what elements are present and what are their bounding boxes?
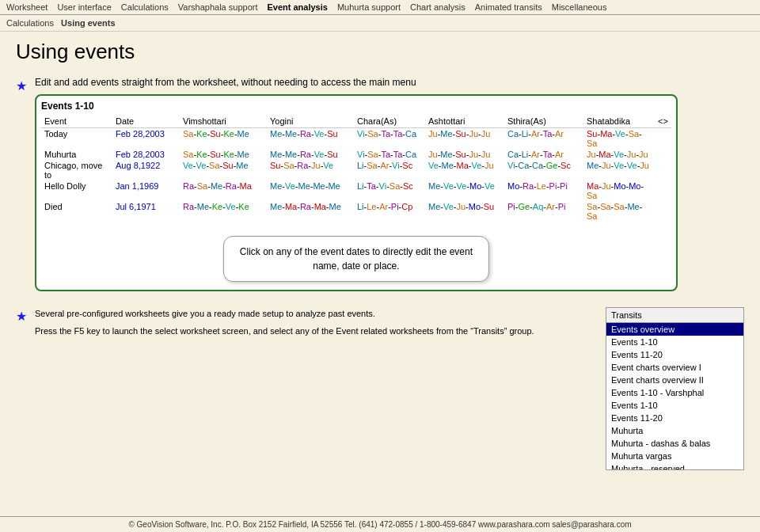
transits-list-item[interactable]: Events 11-20	[606, 412, 743, 424]
cell-sthira: Pi-Ge-Aq-Ar-Pi	[504, 201, 583, 222]
cell-arrows	[655, 128, 671, 150]
section1-text: Edit and add events straight from the wo…	[35, 77, 678, 88]
cell-arrows	[655, 160, 671, 180]
transits-panel: Transits Events overviewEvents 1-10Event…	[606, 307, 744, 470]
col-header-sthira: Sthira(As)	[504, 115, 583, 128]
transits-list-item[interactable]: Events 1-10	[606, 336, 743, 348]
col-header-yogini: Yogini	[267, 115, 354, 128]
cell-sthira: Ca-Li-Ar-Ta-Ar	[504, 149, 583, 160]
cell-vimshottari: Ra-Sa-Me-Ra-Ma	[180, 180, 267, 201]
table-row[interactable]: Hello Dolly Jan 1,1969 Ra-Sa-Me-Ra-Ma Me…	[41, 180, 671, 201]
nav-animated-transits[interactable]: Animated transits	[475, 2, 542, 12]
star-icon-1: ★	[16, 78, 27, 93]
cell-arrows	[655, 180, 671, 201]
breadcrumb: Calculations Using events	[0, 15, 760, 32]
transits-list-item[interactable]: Muhurta	[606, 424, 743, 437]
table-row[interactable]: Today Feb 28,2003 Sa-Ke-Su-Ke-Me Me-Me-R…	[41, 128, 671, 150]
table-header-row: Event Date Vimshottari Yogini Chara(As) …	[41, 115, 671, 128]
cell-shatabdika: Ma-Ju-Mo-Mo-Sa	[583, 180, 655, 201]
cell-yogini: Me-Me-Ra-Ve-Su	[267, 149, 354, 160]
cell-yogini: Me-Ma-Ra-Ma-Me	[267, 201, 354, 222]
col-header-vimshottari: Vimshottari	[180, 115, 267, 128]
cell-sthira: Vi-Ca-Ca-Ge-Sc	[504, 160, 583, 180]
cell-ashtottari: Ju-Me-Su-Ju-Ju	[425, 149, 504, 160]
cell-shatabdika: Su-Ma-Ve-Sa-Sa	[583, 128, 655, 150]
cell-date[interactable]: Jul 6,1971	[112, 201, 180, 222]
transits-list-item[interactable]: Muhurta - dashas & balas	[606, 437, 743, 450]
nav-muhurta-support[interactable]: Muhurta support	[337, 2, 401, 12]
cell-shatabdika: Sa-Sa-Sa-Me-Sa	[583, 201, 655, 222]
col-header-arrows: <>	[655, 115, 671, 128]
transits-list: Events overviewEvents 1-10Events 11-20Ev…	[606, 323, 743, 469]
transits-list-item[interactable]: Event charts overview II	[606, 374, 743, 386]
cell-chara: Vi-Sa-Ta-Ta-Ca	[354, 128, 425, 150]
page-title: Using events	[16, 40, 744, 64]
col-header-event: Event	[41, 115, 112, 128]
cell-vimshottari: Ve-Ve-Sa-Su-Me	[180, 160, 267, 180]
breadcrumb-parent[interactable]: Calculations	[6, 18, 54, 28]
cell-date[interactable]: Aug 8,1922	[112, 160, 180, 180]
transits-list-item[interactable]: Events 11-20	[606, 348, 743, 361]
cell-ashtottari: Ju-Me-Su-Ju-Ju	[425, 128, 504, 150]
cell-yogini: Me-Ve-Me-Me-Me	[267, 180, 354, 201]
cell-event: Died	[41, 201, 112, 222]
transits-list-item[interactable]: Events 1-10 - Varshphal	[606, 386, 743, 399]
cell-event: Muhurta	[41, 149, 112, 160]
transits-list-item[interactable]: Events overview	[606, 323, 743, 336]
cell-ashtottari: Me-Ve-Ve-Mo-Ve	[425, 180, 504, 201]
footer: © GeoVision Software, Inc. P.O. Box 2152…	[0, 516, 760, 532]
section2: ★ Several pre-configured worksheets give…	[16, 307, 744, 470]
col-header-chara: Chara(As)	[354, 115, 425, 128]
nav-user-interface[interactable]: User interface	[57, 2, 111, 12]
table-row[interactable]: Muhurta Feb 28,2003 Sa-Ke-Su-Ke-Me Me-Me…	[41, 149, 671, 160]
cell-sthira: Mo-Ra-Le-Pi-Pi	[504, 180, 583, 201]
nav-varshaphala[interactable]: Varshaphala support	[178, 2, 258, 12]
cell-chara: Li-Ta-Vi-Sa-Sc	[354, 180, 425, 201]
cell-vimshottari: Ra-Me-Ke-Ve-Ke	[180, 201, 267, 222]
cell-vimshottari: Sa-Ke-Su-Ke-Me	[180, 128, 267, 150]
footer-text: © GeoVision Software, Inc. P.O. Box 2152…	[128, 520, 631, 529]
transits-list-item[interactable]: Event charts overview I	[606, 361, 743, 374]
cell-ashtottari: Me-Ve-Ju-Mo-Su	[425, 201, 504, 222]
cell-arrows	[655, 201, 671, 222]
col-header-ashtottari: Ashtottari	[425, 115, 504, 128]
events-table: Event Date Vimshottari Yogini Chara(As) …	[41, 115, 671, 222]
cell-arrows	[655, 149, 671, 160]
nav-chart-analysis[interactable]: Chart analysis	[410, 2, 466, 12]
nav-event-analysis[interactable]: Event analysis	[267, 2, 327, 12]
nav-miscellaneous[interactable]: Miscellaneous	[552, 2, 607, 12]
cell-date[interactable]: Jan 1,1969	[112, 180, 180, 201]
transits-list-item[interactable]: Muhurta vargas	[606, 450, 743, 462]
cell-event: Today	[41, 128, 112, 150]
top-nav: Worksheet User interface Calculations Va…	[0, 0, 760, 15]
transits-list-item[interactable]: Events 1-10	[606, 399, 743, 412]
cell-event: Hello Dolly	[41, 180, 112, 201]
cell-vimshottari: Sa-Ke-Su-Ke-Me	[180, 149, 267, 160]
table-row[interactable]: Died Jul 6,1971 Ra-Me-Ke-Ve-Ke Me-Ma-Ra-…	[41, 201, 671, 222]
cell-event: Chicago, move to	[41, 160, 112, 180]
section2-text: Several pre-configured worksheets give y…	[35, 307, 590, 338]
cell-date[interactable]: Feb 28,2003	[112, 128, 180, 150]
star-icon-2: ★	[16, 309, 27, 324]
cell-sthira: Ca-Li-Ar-Ta-Ar	[504, 128, 583, 150]
col-header-date: Date	[112, 115, 180, 128]
nav-worksheet[interactable]: Worksheet	[6, 2, 48, 12]
cell-chara: Li-Sa-Ar-Vi-Sc	[354, 160, 425, 180]
section1: ★ Edit and add events straight from the …	[16, 77, 744, 298]
transits-list-item[interactable]: Muhurta - reserved	[606, 462, 743, 469]
cell-shatabdika: Me-Ju-Ve-Ve-Ju	[583, 160, 655, 180]
cell-ashtottari: Ve-Me-Ma-Ve-Ju	[425, 160, 504, 180]
transits-title: Transits	[606, 308, 743, 323]
breadcrumb-current: Using events	[61, 18, 115, 28]
events-box: Events 1-10 Event Date Vimshottari Yogin…	[35, 94, 678, 291]
cell-chara: Li-Le-Ar-Pi-Cp	[354, 201, 425, 222]
cell-yogini: Su-Sa-Ra-Ju-Ve	[267, 160, 354, 180]
nav-calculations[interactable]: Calculations	[121, 2, 169, 12]
main-content: Using events ★ Edit and add events strai…	[0, 32, 760, 478]
tooltip-balloon: Click on any of the event dates to direc…	[223, 236, 489, 282]
cell-yogini: Me-Me-Ra-Ve-Su	[267, 128, 354, 150]
cell-chara: Vi-Sa-Ta-Ta-Ca	[354, 149, 425, 160]
cell-date[interactable]: Feb 28,2003	[112, 149, 180, 160]
section2-star: ★ Several pre-configured worksheets give…	[16, 307, 590, 461]
table-row[interactable]: Chicago, move to Aug 8,1922 Ve-Ve-Sa-Su-…	[41, 160, 671, 180]
